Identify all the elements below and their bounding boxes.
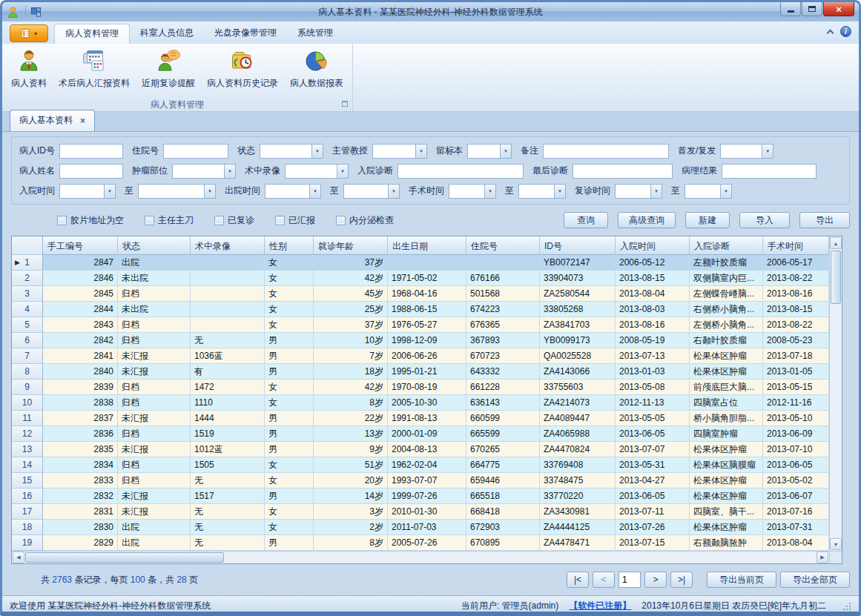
table-row[interactable]: 42844未出院女25岁1988-06-15674223338052682013… <box>12 302 842 317</box>
filter-combo[interactable]: ▼ <box>59 184 116 199</box>
filter-combo[interactable]: ▼ <box>138 184 216 199</box>
table-row[interactable]: 142834归档1505女51岁1962-02-0466477533769408… <box>12 457 842 473</box>
vertical-scroll-thumb[interactable] <box>831 251 841 304</box>
filter-input[interactable] <box>722 164 817 179</box>
filter-checkbox[interactable]: 内分泌检查 <box>336 214 394 227</box>
filter-combo[interactable]: ▼ <box>265 184 321 199</box>
chevron-down-icon[interactable]: ▼ <box>484 185 495 198</box>
registered-link[interactable]: 【软件已注册】 <box>569 600 631 612</box>
filter-input[interactable] <box>397 164 524 179</box>
ribbon-tab[interactable]: 科室人员信息 <box>130 24 204 44</box>
export-all-pages-button[interactable]: 导出全部页 <box>780 572 850 588</box>
table-row[interactable]: ▶12847出院女37岁YB00721472006-05-12左额叶胶质瘤200… <box>12 255 842 271</box>
table-row[interactable]: 162832未汇报1517男14岁1999-07-266655183377022… <box>12 489 842 504</box>
scroll-up-button[interactable]: ▲ <box>830 237 842 249</box>
ribbon-tab[interactable]: 系统管理 <box>287 24 343 44</box>
table-row[interactable]: 122836归档1519男13岁2000-01-09665599ZA406598… <box>12 426 842 442</box>
filter-combo[interactable]: ▼ <box>720 144 773 159</box>
filter-combo[interactable]: ▼ <box>260 144 323 159</box>
scroll-right-button[interactable]: ▶ <box>817 552 828 563</box>
chevron-down-icon[interactable]: ▼ <box>309 185 320 198</box>
chevron-down-icon[interactable]: ▼ <box>311 145 323 158</box>
collapse-ribbon-icon[interactable] <box>827 29 834 36</box>
filter-combo[interactable]: ▼ <box>343 184 400 199</box>
filter-input[interactable] <box>163 144 228 159</box>
filter-input[interactable] <box>59 164 123 179</box>
chevron-down-icon[interactable]: ▼ <box>554 185 565 198</box>
chevron-down-icon[interactable]: ▼ <box>720 185 731 198</box>
scroll-down-button[interactable]: ▼ <box>830 538 842 550</box>
next-page-button[interactable]: > <box>644 572 667 588</box>
column-header[interactable]: 状态 <box>118 236 191 255</box>
table-row[interactable]: 92839归档1472女42岁1970-08-19661228337556032… <box>12 380 842 395</box>
column-header[interactable]: 手工编号 <box>43 236 118 255</box>
filter-checkbox[interactable]: 胶片地址为空 <box>57 214 124 227</box>
export-button[interactable]: 导出 <box>799 212 850 228</box>
resize-grip[interactable] <box>842 602 851 611</box>
minimize-button[interactable] <box>780 2 801 16</box>
table-row[interactable]: 82840未汇报有男18岁1995-01-21643332ZA414306620… <box>12 364 842 380</box>
filter-input[interactable] <box>59 144 123 159</box>
export-current-page-button[interactable]: 导出当前页 <box>707 572 776 588</box>
column-header[interactable]: 就诊年龄 <box>314 236 388 255</box>
import-button[interactable]: 导入 <box>739 212 790 228</box>
last-page-button[interactable]: >| <box>670 572 693 588</box>
advanced-query-button[interactable]: 高级查询 <box>618 212 676 228</box>
column-header[interactable]: ID号 <box>540 236 616 255</box>
document-tab[interactable]: 病人基本资料 × <box>10 110 95 131</box>
ribbon-button[interactable]: 近期复诊提醒 <box>136 45 201 91</box>
chevron-down-icon[interactable]: ▼ <box>224 165 235 178</box>
first-page-button[interactable]: |< <box>567 572 589 588</box>
chevron-down-icon[interactable]: ▼ <box>500 145 511 158</box>
page-number-input[interactable] <box>618 572 641 588</box>
column-header[interactable]: 手术时间 <box>763 236 829 255</box>
chevron-down-icon[interactable]: ▼ <box>388 185 399 198</box>
ribbon-button[interactable]: 病人数据报表 <box>284 45 349 91</box>
filter-combo[interactable]: ▼ <box>684 184 732 199</box>
horizontal-scrollbar[interactable]: ◀ ▶ <box>12 551 829 563</box>
maximize-button[interactable] <box>802 2 822 16</box>
table-row[interactable]: 192829出院无男8岁2005-07-26670895ZA4478471201… <box>12 535 842 551</box>
query-button[interactable]: 查询 <box>564 212 608 228</box>
filter-combo[interactable]: ▼ <box>372 144 427 159</box>
table-row[interactable]: 112837未汇报1444男22岁1991-08-13660599ZA40894… <box>12 411 842 426</box>
chevron-down-icon[interactable]: ▼ <box>415 145 426 158</box>
column-header[interactable]: 性别 <box>265 236 314 255</box>
column-header[interactable]: 出生日期 <box>388 236 466 255</box>
horizontal-scroll-thumb[interactable] <box>25 552 224 563</box>
filter-combo[interactable]: ▼ <box>518 184 566 199</box>
column-header[interactable]: 入院时间 <box>616 236 690 255</box>
info-icon[interactable]: i <box>840 26 851 37</box>
column-header[interactable]: 术中录像 <box>191 236 265 255</box>
filter-checkbox[interactable]: 已汇报 <box>275 214 315 227</box>
ribbon-button[interactable]: 病人资料 <box>5 45 53 91</box>
table-row[interactable]: 72841未汇报1036蓝男7岁2006-06-26670723QA002552… <box>12 348 842 364</box>
ribbon-button[interactable]: 病人资料历史记录 <box>201 45 284 91</box>
filter-checkbox[interactable]: 主任主刀 <box>145 214 194 227</box>
chevron-down-icon[interactable]: ▼ <box>204 185 215 198</box>
table-row[interactable]: 102838归档1110女8岁2005-10-30636143ZA4214073… <box>12 395 842 411</box>
ribbon-tab[interactable]: 光盘录像带管理 <box>204 24 287 44</box>
table-row[interactable]: 32845归档女45岁1968-04-16501568ZA25805442013… <box>12 286 842 302</box>
filter-combo[interactable]: ▼ <box>172 164 236 179</box>
table-row[interactable]: 132835未汇报1012蓝男9岁2004-08-13670265ZA44708… <box>12 442 842 457</box>
chevron-down-icon[interactable]: ▼ <box>337 165 348 178</box>
new-button[interactable]: 新建 <box>685 212 730 228</box>
filter-combo[interactable]: ▼ <box>467 144 512 159</box>
ribbon-button[interactable]: 术后病人汇报资料 <box>53 45 136 91</box>
filter-combo[interactable]: ▼ <box>615 184 662 199</box>
filter-combo[interactable]: ▼ <box>285 164 349 179</box>
filter-input[interactable] <box>543 144 669 159</box>
filter-input[interactable] <box>573 164 673 179</box>
column-header[interactable]: 入院诊断 <box>690 236 763 255</box>
filter-combo[interactable]: ▼ <box>449 184 496 199</box>
table-row[interactable]: 182830出院无女2岁2011-07-03672903ZA4444125201… <box>12 520 842 535</box>
table-row[interactable]: 22846未出院女42岁1971-05-02676166339040732013… <box>12 271 842 286</box>
table-row[interactable]: 152833归档无女20岁1993-07-0765944633748475201… <box>12 473 842 489</box>
prev-page-button[interactable]: < <box>593 572 615 588</box>
app-menu-button[interactable]: ▾ <box>10 24 48 42</box>
chevron-down-icon[interactable]: ▼ <box>762 145 773 158</box>
ribbon-tab[interactable]: 病人资料管理 <box>54 24 130 44</box>
table-row[interactable]: 52843归档女37岁1976-05-27676365ZA38417032013… <box>12 317 842 333</box>
scroll-left-button[interactable]: ◀ <box>13 552 24 563</box>
